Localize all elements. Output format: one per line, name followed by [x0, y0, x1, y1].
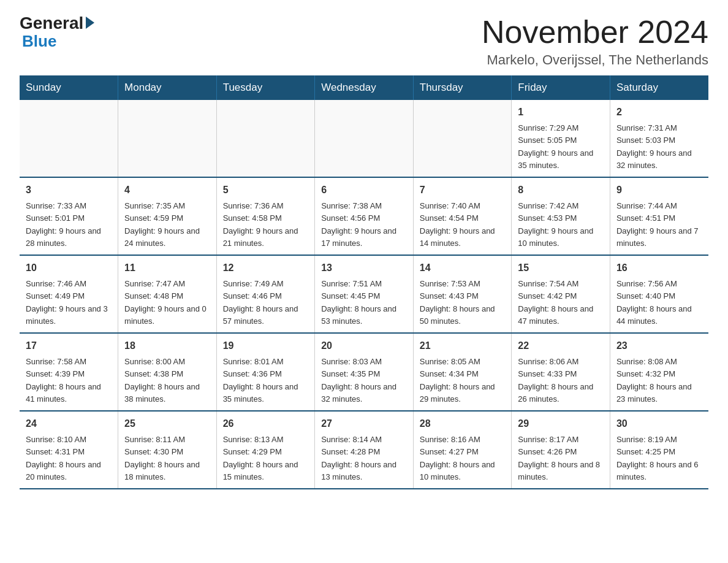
day-number: 21 — [420, 339, 506, 353]
logo-arrow-icon — [86, 17, 94, 29]
day-info: Sunrise: 8:10 AM Sunset: 4:31 PM Dayligh… — [26, 435, 101, 481]
day-number: 2 — [616, 105, 702, 120]
day-info: Sunrise: 7:58 AM Sunset: 4:39 PM Dayligh… — [26, 357, 101, 404]
calendar-cell — [315, 100, 414, 177]
calendar-cell: 24Sunrise: 8:10 AM Sunset: 4:31 PM Dayli… — [20, 411, 118, 489]
calendar-cell: 8Sunrise: 7:42 AM Sunset: 4:53 PM Daylig… — [512, 177, 610, 255]
day-number: 23 — [616, 339, 702, 353]
calendar-cell — [20, 100, 118, 177]
weekday-header-saturday: Saturday — [610, 75, 708, 100]
calendar-cell: 7Sunrise: 7:40 AM Sunset: 4:54 PM Daylig… — [413, 177, 512, 255]
day-number: 27 — [321, 416, 407, 431]
calendar-cell: 25Sunrise: 8:11 AM Sunset: 4:30 PM Dayli… — [118, 411, 217, 489]
calendar-week-row: 3Sunrise: 7:33 AM Sunset: 5:01 PM Daylig… — [20, 177, 708, 255]
day-info: Sunrise: 7:33 AM Sunset: 5:01 PM Dayligh… — [26, 201, 101, 248]
day-info: Sunrise: 7:47 AM Sunset: 4:48 PM Dayligh… — [124, 279, 207, 326]
calendar-cell: 26Sunrise: 8:13 AM Sunset: 4:29 PM Dayli… — [216, 411, 315, 489]
title-block: November 2024 Markelo, Overijssel, The N… — [482, 15, 708, 68]
day-number: 18 — [124, 339, 210, 353]
calendar-cell: 17Sunrise: 7:58 AM Sunset: 4:39 PM Dayli… — [20, 333, 118, 411]
calendar-cell: 6Sunrise: 7:38 AM Sunset: 4:56 PM Daylig… — [315, 177, 414, 255]
day-info: Sunrise: 8:05 AM Sunset: 4:34 PM Dayligh… — [420, 357, 495, 404]
day-info: Sunrise: 7:49 AM Sunset: 4:46 PM Dayligh… — [223, 279, 298, 326]
day-info: Sunrise: 7:56 AM Sunset: 4:40 PM Dayligh… — [616, 279, 692, 326]
calendar-cell: 2Sunrise: 7:31 AM Sunset: 5:03 PM Daylig… — [610, 100, 708, 177]
calendar-cell: 29Sunrise: 8:17 AM Sunset: 4:26 PM Dayli… — [512, 411, 610, 489]
calendar-cell: 21Sunrise: 8:05 AM Sunset: 4:34 PM Dayli… — [413, 333, 512, 411]
day-info: Sunrise: 7:38 AM Sunset: 4:56 PM Dayligh… — [321, 201, 396, 248]
day-number: 12 — [223, 261, 309, 275]
calendar-cell: 27Sunrise: 8:14 AM Sunset: 4:28 PM Dayli… — [315, 411, 414, 489]
day-info: Sunrise: 8:14 AM Sunset: 4:28 PM Dayligh… — [321, 435, 396, 481]
calendar-cell: 9Sunrise: 7:44 AM Sunset: 4:51 PM Daylig… — [610, 177, 708, 255]
calendar-cell: 10Sunrise: 7:46 AM Sunset: 4:49 PM Dayli… — [20, 255, 118, 333]
weekday-header-thursday: Thursday — [413, 75, 512, 100]
calendar-cell: 4Sunrise: 7:35 AM Sunset: 4:59 PM Daylig… — [118, 177, 217, 255]
calendar-cell: 14Sunrise: 7:53 AM Sunset: 4:43 PM Dayli… — [413, 255, 512, 333]
day-info: Sunrise: 7:46 AM Sunset: 4:49 PM Dayligh… — [26, 279, 108, 326]
day-info: Sunrise: 7:36 AM Sunset: 4:58 PM Dayligh… — [223, 201, 298, 248]
day-info: Sunrise: 7:29 AM Sunset: 5:05 PM Dayligh… — [518, 123, 593, 170]
day-info: Sunrise: 7:31 AM Sunset: 5:03 PM Dayligh… — [616, 123, 692, 170]
day-info: Sunrise: 7:44 AM Sunset: 4:51 PM Dayligh… — [616, 201, 699, 248]
month-title: November 2024 — [482, 15, 708, 50]
weekday-header-wednesday: Wednesday — [315, 75, 414, 100]
calendar-week-row: 10Sunrise: 7:46 AM Sunset: 4:49 PM Dayli… — [20, 255, 708, 333]
day-number: 29 — [518, 416, 604, 431]
day-number: 28 — [420, 416, 506, 431]
calendar-cell: 22Sunrise: 8:06 AM Sunset: 4:33 PM Dayli… — [512, 333, 610, 411]
day-number: 30 — [616, 416, 702, 431]
calendar-table: SundayMondayTuesdayWednesdayThursdayFrid… — [20, 75, 708, 489]
day-number: 16 — [616, 261, 702, 275]
day-info: Sunrise: 8:03 AM Sunset: 4:35 PM Dayligh… — [321, 357, 396, 404]
day-info: Sunrise: 8:17 AM Sunset: 4:26 PM Dayligh… — [518, 435, 600, 481]
day-number: 1 — [518, 105, 604, 120]
calendar-week-row: 1Sunrise: 7:29 AM Sunset: 5:05 PM Daylig… — [20, 100, 708, 177]
day-number: 3 — [26, 183, 112, 197]
day-info: Sunrise: 8:08 AM Sunset: 4:32 PM Dayligh… — [616, 357, 692, 404]
day-number: 15 — [518, 261, 604, 275]
day-number: 20 — [321, 339, 407, 353]
day-info: Sunrise: 8:16 AM Sunset: 4:27 PM Dayligh… — [420, 435, 495, 481]
day-number: 5 — [223, 183, 309, 197]
calendar-cell: 16Sunrise: 7:56 AM Sunset: 4:40 PM Dayli… — [610, 255, 708, 333]
page-header: General Blue November 2024 Markelo, Over… — [20, 15, 708, 68]
day-number: 7 — [420, 183, 506, 197]
day-info: Sunrise: 8:13 AM Sunset: 4:29 PM Dayligh… — [223, 435, 298, 481]
day-info: Sunrise: 8:19 AM Sunset: 4:25 PM Dayligh… — [616, 435, 699, 481]
day-info: Sunrise: 7:42 AM Sunset: 4:53 PM Dayligh… — [518, 201, 593, 248]
day-info: Sunrise: 7:40 AM Sunset: 4:54 PM Dayligh… — [420, 201, 495, 248]
location: Markelo, Overijssel, The Netherlands — [482, 52, 708, 68]
logo: General Blue — [20, 15, 94, 51]
calendar-cell: 5Sunrise: 7:36 AM Sunset: 4:58 PM Daylig… — [216, 177, 315, 255]
day-number: 6 — [321, 183, 407, 197]
calendar-cell: 12Sunrise: 7:49 AM Sunset: 4:46 PM Dayli… — [216, 255, 315, 333]
calendar-cell — [413, 100, 512, 177]
weekday-header-tuesday: Tuesday — [216, 75, 315, 100]
day-number: 19 — [223, 339, 309, 353]
day-info: Sunrise: 7:53 AM Sunset: 4:43 PM Dayligh… — [420, 279, 495, 326]
logo-blue: Blue — [22, 32, 56, 51]
day-info: Sunrise: 8:06 AM Sunset: 4:33 PM Dayligh… — [518, 357, 593, 404]
calendar-header: SundayMondayTuesdayWednesdayThursdayFrid… — [20, 75, 708, 100]
day-number: 8 — [518, 183, 604, 197]
day-number: 22 — [518, 339, 604, 353]
calendar-cell: 1Sunrise: 7:29 AM Sunset: 5:05 PM Daylig… — [512, 100, 610, 177]
day-number: 14 — [420, 261, 506, 275]
calendar-cell: 18Sunrise: 8:00 AM Sunset: 4:38 PM Dayli… — [118, 333, 217, 411]
weekday-header-monday: Monday — [118, 75, 217, 100]
day-info: Sunrise: 7:54 AM Sunset: 4:42 PM Dayligh… — [518, 279, 593, 326]
calendar-body: 1Sunrise: 7:29 AM Sunset: 5:05 PM Daylig… — [20, 100, 708, 489]
calendar-cell — [118, 100, 217, 177]
day-info: Sunrise: 8:11 AM Sunset: 4:30 PM Dayligh… — [124, 435, 200, 481]
calendar-cell: 28Sunrise: 8:16 AM Sunset: 4:27 PM Dayli… — [413, 411, 512, 489]
calendar-cell: 30Sunrise: 8:19 AM Sunset: 4:25 PM Dayli… — [610, 411, 708, 489]
day-number: 25 — [124, 416, 210, 431]
day-info: Sunrise: 7:51 AM Sunset: 4:45 PM Dayligh… — [321, 279, 396, 326]
day-number: 4 — [124, 183, 210, 197]
calendar-cell: 13Sunrise: 7:51 AM Sunset: 4:45 PM Dayli… — [315, 255, 414, 333]
calendar-cell: 20Sunrise: 8:03 AM Sunset: 4:35 PM Dayli… — [315, 333, 414, 411]
day-number: 24 — [26, 416, 112, 431]
calendar-cell — [216, 100, 315, 177]
logo-general: General — [20, 15, 83, 32]
